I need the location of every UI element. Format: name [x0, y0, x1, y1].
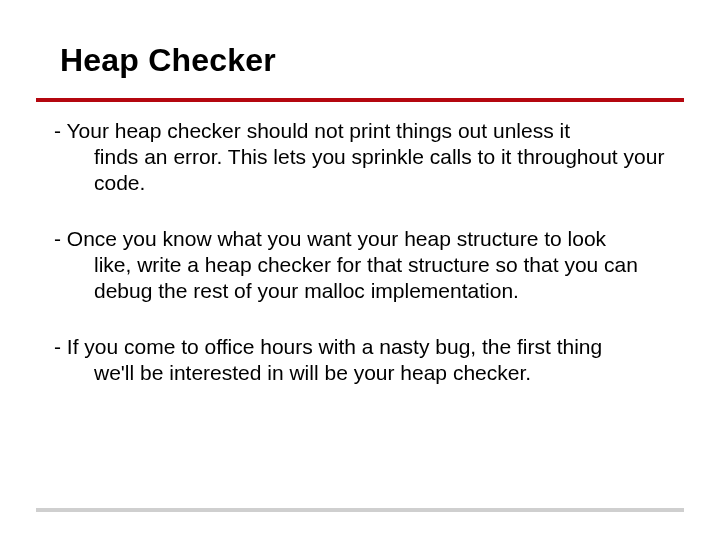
slide-title: Heap Checker	[60, 42, 276, 79]
bullet-text-line1: - Your heap checker should not print thi…	[54, 118, 666, 144]
title-divider	[36, 98, 684, 102]
slide: Heap Checker - Your heap checker should …	[0, 0, 720, 540]
bullet-text-cont: finds an error. This lets you sprinkle c…	[54, 144, 666, 196]
slide-body: - Your heap checker should not print thi…	[54, 118, 666, 416]
bullet-item: - Once you know what you want your heap …	[54, 226, 666, 304]
bullet-item: - Your heap checker should not print thi…	[54, 118, 666, 196]
footer-divider	[36, 508, 684, 512]
bullet-item: - If you come to office hours with a nas…	[54, 334, 666, 386]
bullet-text-cont: we'll be interested in will be your heap…	[54, 360, 666, 386]
bullet-text-cont: like, write a heap checker for that stru…	[54, 252, 666, 304]
bullet-text-line1: - If you come to office hours with a nas…	[54, 334, 666, 360]
bullet-text-line1: - Once you know what you want your heap …	[54, 226, 666, 252]
